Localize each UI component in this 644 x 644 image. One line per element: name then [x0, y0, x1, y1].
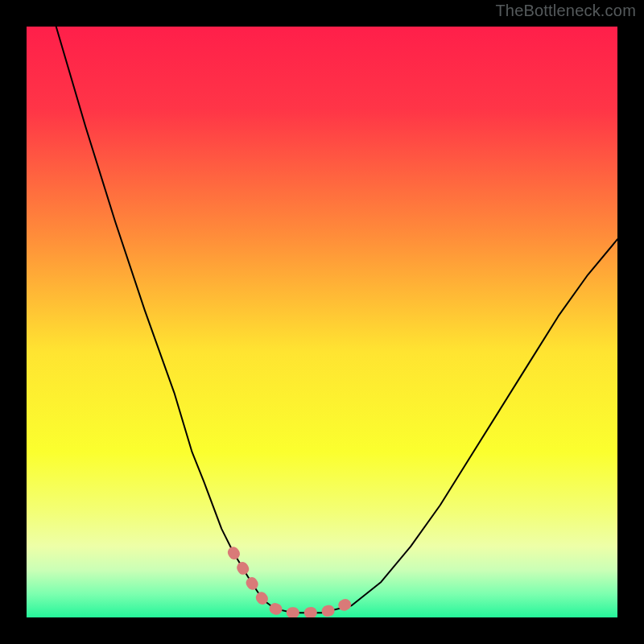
- chart-background: [27, 27, 617, 617]
- chart-frame: TheBottleneck.com: [0, 0, 644, 644]
- watermark-label: TheBottleneck.com: [495, 2, 636, 20]
- bottleneck-chart: [27, 27, 617, 617]
- plot-area: [27, 27, 617, 617]
